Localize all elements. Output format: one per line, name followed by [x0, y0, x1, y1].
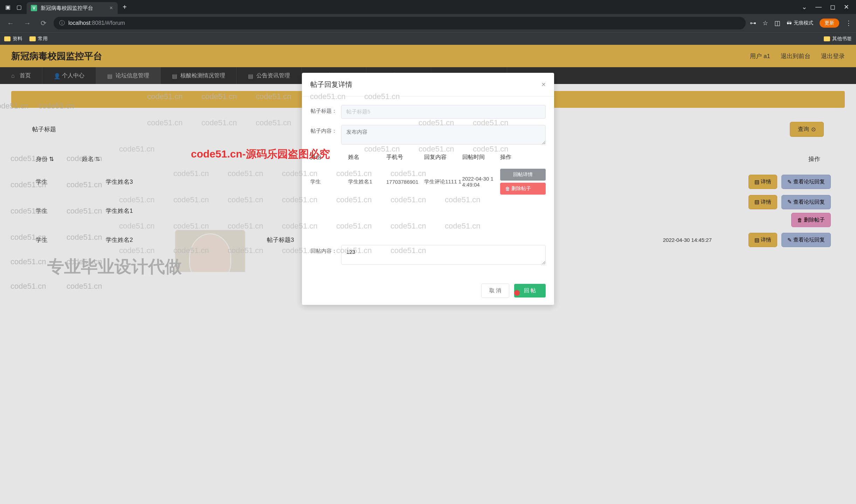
tab-title: 新冠病毒校园监控平台 [41, 5, 106, 12]
col-phone: 手机号 [386, 154, 424, 161]
reply-detail-modal: 帖子回复详情 × 帖子标题： 帖子内容： 身份 姓名 手机号 回复内容 回帖时间 [302, 73, 554, 305]
reply-detail-button[interactable]: 回帖详情 [500, 169, 546, 181]
star-icon[interactable]: ☆ [762, 19, 768, 27]
trash-icon: 🗑 [505, 186, 510, 191]
other-bookmarks[interactable]: 其他书签 [824, 36, 852, 42]
chevron-down-icon[interactable]: ⌄ [802, 3, 807, 11]
cell-time: 2022-04-30 1 4:49:04 [462, 176, 500, 188]
col-content: 回复内容 [424, 154, 462, 161]
browser-tab[interactable]: V 新冠病毒校园监控平台 × [27, 2, 118, 14]
cell-name: 学生姓名1 [348, 178, 386, 185]
sys-icon-2: ▢ [15, 3, 23, 11]
browser-tab-bar: ▣ ▢ V 新冠病毒校园监控平台 × + ⌄ — ◻ ✕ [0, 0, 856, 14]
new-tab-button[interactable]: + [118, 3, 132, 11]
minimize-icon[interactable]: — [815, 3, 822, 11]
folder-icon [4, 36, 11, 41]
incognito-badge: 🕶 无痕模式 [787, 20, 813, 26]
modal-backdrop: 帖子回复详情 × 帖子标题： 帖子内容： 身份 姓名 手机号 回复内容 回帖时间 [0, 45, 856, 504]
folder-icon [29, 36, 36, 41]
bookmark-item[interactable]: 资料 [4, 36, 22, 42]
cancel-button[interactable]: 取 消 [481, 284, 509, 298]
reply-textarea[interactable]: 123 [341, 245, 546, 265]
forward-button[interactable]: → [21, 18, 34, 29]
submit-reply-button[interactable]: 回 帖 [514, 284, 546, 298]
incognito-label: 无痕模式 [794, 20, 813, 26]
title-input [341, 105, 546, 119]
url-host: localhost [68, 20, 90, 26]
reload-button[interactable]: ⟳ [38, 18, 49, 29]
col-name: 姓名 [348, 154, 386, 161]
sys-icon: ▣ [4, 3, 12, 11]
delete-reply-button[interactable]: 🗑删除帖子 [500, 183, 546, 195]
modal-close-button[interactable]: × [541, 80, 546, 89]
back-button[interactable]: ← [4, 18, 17, 29]
col-time: 回帖时间 [462, 154, 500, 161]
content-label: 帖子内容： [310, 125, 337, 134]
info-icon: ⓘ [59, 20, 65, 27]
tab-favicon: V [31, 5, 37, 11]
reply-row: 学生 学生姓名1 17703786901 学生评论1111 1 2022-04-… [310, 164, 546, 200]
extension-icon[interactable]: ◫ [774, 19, 780, 27]
tab-close-icon[interactable]: × [110, 5, 113, 11]
bookmark-bar: 资料 常用 其他书签 [0, 32, 856, 45]
incognito-icon: 🕶 [787, 20, 792, 26]
reply-label: 回帖内容： [310, 245, 337, 254]
reply-table: 身份 姓名 手机号 回复内容 回帖时间 操作 学生 学生姓名1 17703786… [310, 151, 546, 200]
cell-role: 学生 [310, 178, 348, 185]
cursor-indicator [512, 288, 522, 298]
bookmark-item[interactable]: 常用 [29, 36, 48, 42]
menu-icon[interactable]: ⋮ [845, 19, 852, 27]
maximize-icon[interactable]: ◻ [830, 3, 835, 11]
watermark-red: code51.cn-源码乐园盗图必究 [191, 147, 330, 161]
content-textarea [341, 125, 546, 145]
close-window-icon[interactable]: ✕ [844, 3, 849, 11]
key-icon[interactable]: ⊶ [750, 19, 756, 27]
address-bar: ← → ⟳ ⓘ localhost:8081/#/forum ⊶ ☆ ◫ 🕶 无… [0, 14, 856, 32]
col-ops: 操作 [500, 154, 546, 161]
update-button[interactable]: 更新 [820, 19, 839, 28]
modal-title: 帖子回复详情 [310, 80, 352, 89]
folder-icon [824, 36, 830, 41]
cell-content: 学生评论1111 1 [424, 178, 462, 185]
title-label: 帖子标题： [310, 105, 337, 114]
url-path: :8081/#/forum [90, 20, 125, 26]
url-input[interactable]: ⓘ localhost:8081/#/forum [54, 17, 746, 29]
cell-phone: 17703786901 [386, 179, 424, 185]
